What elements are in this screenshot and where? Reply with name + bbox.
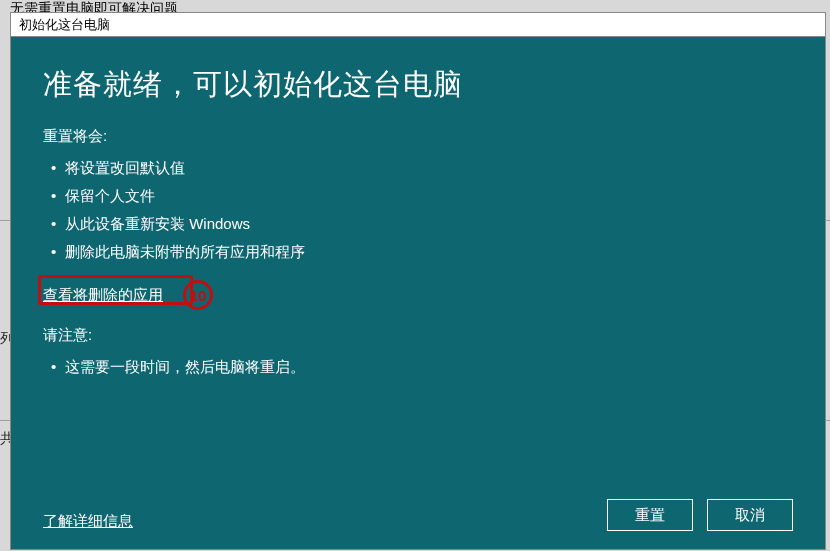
reset-actions-list: 将设置改回默认值 保留个人文件 从此设备重新安装 Windows 删除此电脑未附…	[43, 154, 793, 266]
note-list: 这需要一段时间，然后电脑将重启。	[43, 353, 793, 381]
list-item: 将设置改回默认值	[43, 154, 793, 182]
window-titlebar: 初始化这台电脑	[11, 13, 825, 37]
view-removed-apps-link[interactable]: 查看将删除的应用	[43, 286, 163, 305]
dialog-footer: 了解详细信息 重置 取消	[43, 491, 793, 531]
reset-button[interactable]: 重置	[607, 499, 693, 531]
list-item: 保留个人文件	[43, 182, 793, 210]
window-title: 初始化这台电脑	[19, 17, 110, 32]
list-item: 这需要一段时间，然后电脑将重启。	[43, 353, 793, 381]
reset-label: 重置将会:	[43, 127, 793, 146]
note-label: 请注意:	[43, 326, 793, 345]
reset-pc-dialog: 初始化这台电脑 准备就绪，可以初始化这台电脑 重置将会: 将设置改回默认值 保留…	[10, 12, 826, 550]
annotation-badge: 10	[183, 280, 213, 310]
dialog-content: 准备就绪，可以初始化这台电脑 重置将会: 将设置改回默认值 保留个人文件 从此设…	[11, 37, 825, 549]
list-item: 从此设备重新安装 Windows	[43, 210, 793, 238]
list-item: 删除此电脑未附带的所有应用和程序	[43, 238, 793, 266]
more-info-link[interactable]: 了解详细信息	[43, 512, 133, 531]
dialog-heading: 准备就绪，可以初始化这台电脑	[43, 65, 793, 105]
dialog-buttons: 重置 取消	[607, 499, 793, 531]
cancel-button[interactable]: 取消	[707, 499, 793, 531]
